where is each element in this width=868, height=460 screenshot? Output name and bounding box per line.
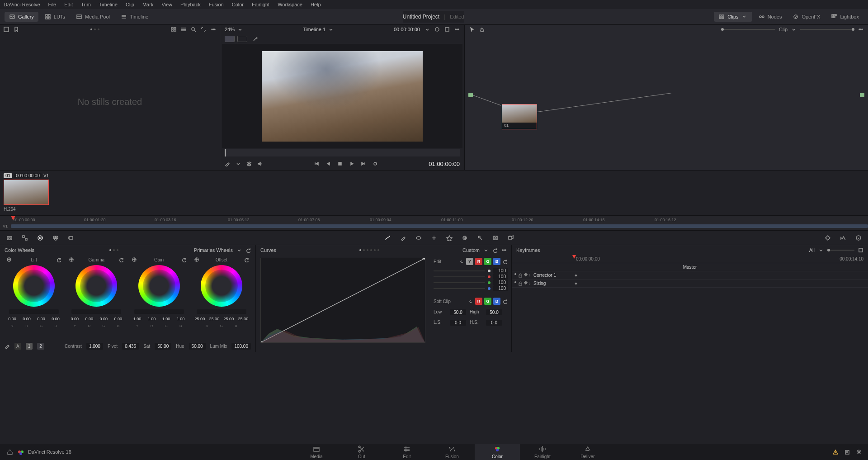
sizing-icon[interactable] bbox=[492, 235, 499, 241]
menu-item[interactable]: File bbox=[48, 2, 57, 7]
pagetab-fusion[interactable]: Fusion bbox=[429, 444, 475, 460]
more-icon[interactable] bbox=[211, 27, 216, 32]
curves-mode[interactable]: Custom bbox=[462, 247, 480, 253]
kf-ruler[interactable]: 00:00:00:00 00:00:14:10 bbox=[512, 255, 868, 263]
clip-card[interactable]: 01 00:00:00:00 V1 H.264 bbox=[4, 172, 50, 212]
target-icon[interactable] bbox=[69, 257, 74, 262]
clip-thumbnail[interactable] bbox=[4, 180, 49, 205]
reset-icon[interactable] bbox=[244, 257, 249, 262]
more-icon[interactable] bbox=[454, 27, 460, 32]
3d-icon[interactable] bbox=[508, 235, 514, 241]
zoom-value[interactable]: 24% bbox=[225, 27, 235, 32]
menu-item[interactable]: Timeline bbox=[99, 2, 118, 7]
contrast-value[interactable]: 1.000 bbox=[86, 343, 103, 350]
pagetab-cut[interactable]: Cut bbox=[339, 444, 384, 460]
color-wheel[interactable] bbox=[138, 265, 180, 307]
viewer-canvas[interactable] bbox=[222, 44, 462, 148]
clip-dropdown[interactable]: Clip bbox=[779, 27, 788, 32]
wheel-value[interactable]: 25.00 bbox=[208, 317, 221, 321]
menu-item[interactable]: Fusion bbox=[209, 2, 224, 7]
color-wheel[interactable] bbox=[13, 265, 55, 307]
wand-icon[interactable] bbox=[253, 36, 258, 42]
menu-item[interactable]: Clip bbox=[126, 2, 134, 7]
reset-icon[interactable] bbox=[502, 259, 508, 264]
picker-icon[interactable] bbox=[5, 343, 10, 349]
tracker-icon[interactable] bbox=[431, 235, 437, 241]
wheel-value[interactable]: 0.00 bbox=[83, 317, 95, 321]
chevron-down-icon[interactable] bbox=[236, 247, 242, 253]
target-icon[interactable] bbox=[194, 257, 199, 262]
chevron-down-icon[interactable] bbox=[236, 161, 241, 166]
layers-icon[interactable] bbox=[246, 161, 252, 166]
kf-row-corrector[interactable]: › Corrector 1 bbox=[512, 271, 868, 280]
wheel-value[interactable]: 0.00 bbox=[20, 317, 33, 321]
page-1-toggle[interactable]: 1 bbox=[26, 343, 33, 350]
menu-item[interactable]: Playback bbox=[180, 2, 201, 7]
timeline-ruler[interactable]: 01:00:00:00 01:00:01:20 01:00:03:16 01:0… bbox=[0, 216, 868, 223]
kf-filter[interactable]: All bbox=[809, 247, 815, 253]
loop-icon[interactable] bbox=[373, 161, 378, 166]
node-01[interactable]: 01 bbox=[502, 104, 537, 129]
wheel-value[interactable]: 0.00 bbox=[35, 317, 47, 321]
link-icon[interactable] bbox=[459, 259, 464, 264]
timeline-button[interactable]: Timeline bbox=[116, 12, 153, 22]
step-back-icon[interactable] bbox=[326, 161, 331, 166]
menu-item[interactable]: Help bbox=[311, 2, 321, 7]
reset-icon[interactable] bbox=[118, 257, 124, 262]
target-icon[interactable] bbox=[132, 257, 137, 262]
expand-icon[interactable] bbox=[201, 27, 206, 32]
detail-view-icon[interactable] bbox=[181, 27, 186, 32]
channel-slider[interactable] bbox=[434, 288, 485, 289]
color-wheel[interactable] bbox=[201, 265, 242, 307]
wheel-value[interactable]: 1.00 bbox=[175, 317, 187, 321]
curve-canvas[interactable] bbox=[260, 258, 425, 343]
kf-diamond-icon[interactable] bbox=[524, 280, 528, 284]
eyedropper-icon[interactable] bbox=[225, 161, 230, 166]
reset-icon[interactable] bbox=[502, 299, 508, 304]
node-pan-slider[interactable] bbox=[800, 29, 854, 30]
sc-hs[interactable]: 0.0 bbox=[486, 320, 502, 326]
reset-icon[interactable] bbox=[181, 257, 187, 262]
list-view-icon[interactable] bbox=[171, 27, 176, 32]
master-bar[interactable] bbox=[134, 309, 184, 314]
wheel-value[interactable]: 25.00 bbox=[222, 317, 235, 321]
more-icon[interactable] bbox=[501, 247, 507, 253]
wheel-value[interactable]: 25.00 bbox=[237, 317, 250, 321]
kf-enable-icon[interactable] bbox=[514, 273, 516, 275]
magic-mask-icon[interactable] bbox=[446, 235, 453, 241]
header-timecode[interactable]: 00:00:00:00 bbox=[394, 27, 420, 32]
lock-icon[interactable] bbox=[518, 281, 523, 286]
channel-value[interactable]: 100 bbox=[493, 268, 508, 274]
keyframe-panel-icon[interactable] bbox=[825, 235, 831, 241]
pagetab-deliver[interactable]: Deliver bbox=[565, 444, 610, 460]
kf-enable-icon[interactable] bbox=[514, 281, 516, 283]
rgb-mixer-icon[interactable] bbox=[52, 235, 59, 241]
expand-icon[interactable] bbox=[444, 27, 450, 32]
search-icon[interactable] bbox=[191, 27, 196, 32]
camera-raw-icon[interactable] bbox=[6, 235, 13, 241]
chevron-down-icon[interactable] bbox=[483, 247, 489, 253]
wheel-value[interactable]: 0.00 bbox=[49, 317, 62, 321]
expand-icon[interactable] bbox=[858, 247, 863, 253]
color-match-icon[interactable] bbox=[22, 235, 28, 241]
home-icon[interactable] bbox=[6, 448, 14, 455]
master-bar[interactable] bbox=[197, 309, 246, 314]
menu-item[interactable]: DaVinci Resolve bbox=[4, 2, 40, 7]
channel-value[interactable]: 100 bbox=[493, 274, 508, 280]
wheel-value[interactable]: 0.00 bbox=[112, 317, 124, 321]
chevron-down-icon[interactable] bbox=[328, 27, 334, 32]
lightbox-button[interactable]: Lightbox bbox=[826, 12, 863, 22]
stills-marker-icon[interactable] bbox=[14, 27, 19, 32]
channel-value[interactable]: 100 bbox=[493, 285, 508, 291]
menu-item[interactable]: Edit bbox=[64, 2, 73, 7]
menu-item[interactable]: Trim bbox=[81, 2, 91, 7]
qualifier-icon[interactable] bbox=[400, 235, 406, 241]
play-icon[interactable] bbox=[349, 161, 354, 166]
chevron-right-icon[interactable]: › bbox=[529, 273, 533, 278]
timeline-track[interactable]: V1 bbox=[0, 223, 868, 229]
page-2-toggle[interactable]: 2 bbox=[37, 343, 44, 350]
sc-b-button[interactable]: B bbox=[493, 298, 500, 305]
speaker-icon[interactable] bbox=[257, 161, 263, 166]
curves-icon[interactable] bbox=[385, 235, 391, 241]
menu-item[interactable]: Workspace bbox=[278, 2, 302, 7]
